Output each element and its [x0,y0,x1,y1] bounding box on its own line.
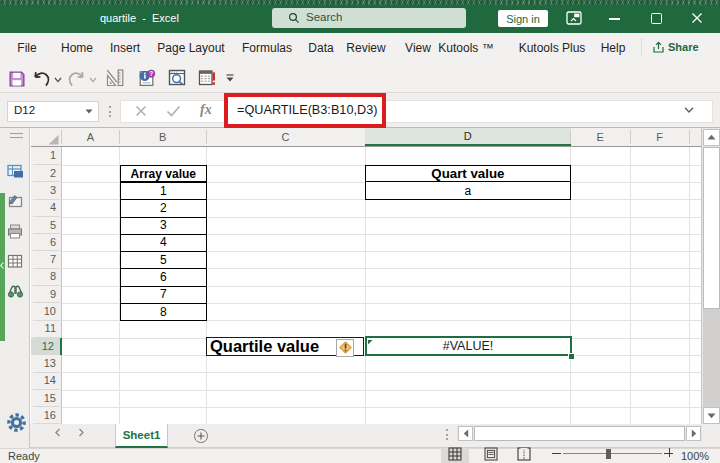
svg-text:?: ? [149,70,153,77]
